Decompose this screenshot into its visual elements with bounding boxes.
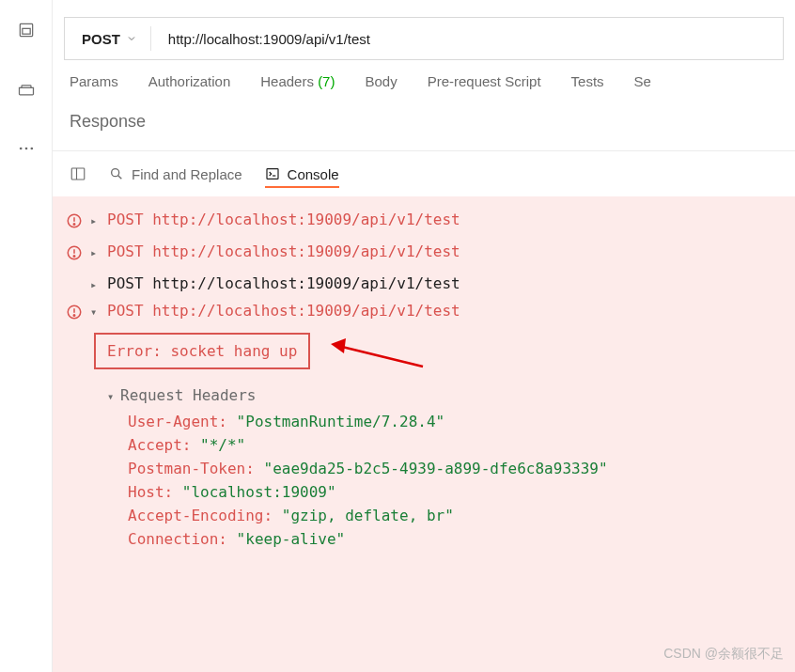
warning-icon [66,302,83,324]
svg-rect-5 [71,168,85,180]
svg-point-3 [24,148,27,150]
bottom-bar: Find and Replace Console [53,150,795,196]
header-row: Accept-Encoding: "gzip, deflate, br" [128,504,782,527]
tab-params[interactable]: Params [70,73,118,99]
url-input[interactable]: http://localhost:19009/api/v1/test [151,31,387,47]
tab-headers[interactable]: Headers (7) [260,73,335,99]
svg-rect-1 [22,28,29,34]
svg-point-13 [73,224,75,226]
svg-point-19 [73,315,75,317]
log-entry[interactable]: ▸ POST http://localhost:19009/api/v1/tes… [66,238,782,270]
svg-line-20 [338,346,423,367]
svg-line-8 [118,176,122,180]
svg-point-4 [30,148,33,150]
cookies-icon[interactable] [17,80,36,102]
tab-prerequest[interactable]: Pre-request Script [428,73,541,99]
tab-tests[interactable]: Tests [571,73,604,99]
collections-icon[interactable] [17,21,36,42]
find-replace[interactable]: Find and Replace [109,166,242,182]
svg-point-16 [73,256,75,258]
caret-down-icon: ▾ [90,305,100,319]
more-icon[interactable] [17,139,36,161]
response-pane-title: Response [53,99,795,150]
chevron-down-icon [126,31,137,47]
header-row: User-Agent: "PostmanRuntime/7.28.4" [128,410,782,433]
svg-point-2 [19,148,22,150]
log-entry[interactable]: ▾ POST http://localhost:19009/api/v1/tes… [66,297,782,329]
console-pane: ▸ POST http://localhost:19009/api/v1/tes… [53,196,795,672]
watermark: CSDN @余额很不足 [663,646,784,663]
method-label: POST [82,31,120,47]
console-tab[interactable]: Console [265,166,339,188]
request-bar: POST http://localhost:19009/api/v1/test [64,17,784,60]
method-select[interactable]: POST [65,31,150,47]
left-rail [0,0,53,672]
tab-authorization[interactable]: Authorization [148,73,231,99]
caret-icon: ▸ [90,246,100,259]
tab-body[interactable]: Body [365,73,397,99]
log-entry[interactable]: ▸ POST http://localhost:19009/api/v1/tes… [66,270,782,297]
log-entry[interactable]: ▸ POST http://localhost:19009/api/v1/tes… [66,206,782,238]
request-tabs: Params Authorization Headers (7) Body Pr… [53,60,795,99]
svg-point-7 [112,169,119,177]
annotation-arrow [329,329,432,376]
sidebar-toggle-icon[interactable] [70,165,86,182]
header-row: Postman-Token: "eae9da25-b2c5-4939-a899-… [128,457,782,480]
svg-rect-9 [267,169,278,180]
error-message: Error: socket hang up [94,333,310,369]
header-row: Host: "localhost:19009" [128,480,782,504]
request-headers-label[interactable]: ▾Request Headers [107,386,782,404]
warning-icon [66,211,83,233]
header-row: Accept: "*/*" [128,433,782,457]
svg-marker-21 [331,338,346,353]
warning-icon [66,242,83,265]
caret-icon: ▸ [90,278,100,291]
tab-settings[interactable]: Se [634,73,651,99]
header-row: Connection: "keep-alive" [128,527,782,551]
caret-icon: ▸ [90,214,100,227]
